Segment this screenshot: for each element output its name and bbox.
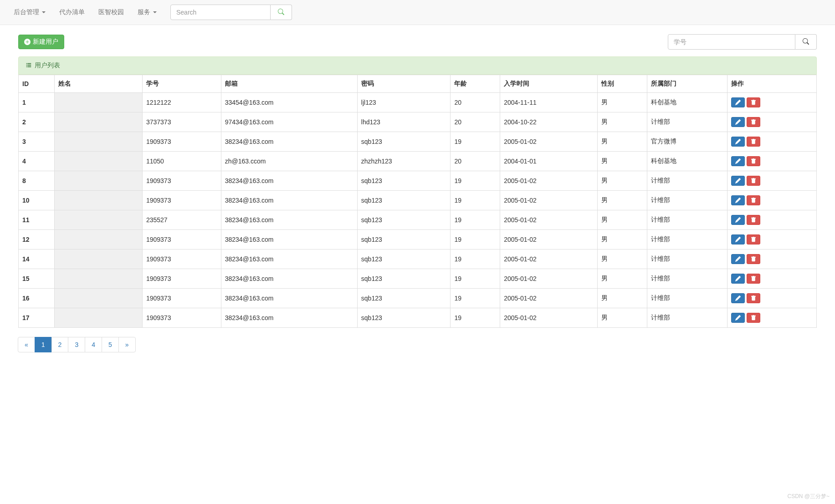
delete-button[interactable] <box>747 293 760 303</box>
cell-password: sqb123 <box>357 132 451 152</box>
edit-icon <box>735 295 741 301</box>
delete-button[interactable] <box>747 137 760 147</box>
page-5[interactable]: 5 <box>102 337 118 352</box>
nav-item-0[interactable]: 后台管理 <box>7 4 52 21</box>
cell-actions <box>727 210 817 230</box>
cell-email: 38234@163.com <box>221 249 357 269</box>
edit-button[interactable] <box>731 215 745 225</box>
nav-item-3[interactable]: 服务 <box>131 4 164 21</box>
cell-id: 3 <box>19 132 55 152</box>
cell-gender: 男 <box>598 308 647 328</box>
edit-button[interactable] <box>731 274 745 284</box>
table-row: 14190937338234@163.comsqb123192005-01-02… <box>19 249 817 269</box>
edit-button[interactable] <box>731 176 745 186</box>
cell-name <box>54 289 142 308</box>
cell-dept: 计维部 <box>647 230 727 249</box>
delete-button[interactable] <box>747 234 760 244</box>
cell-password: sqb123 <box>357 308 451 328</box>
cell-password: sqb123 <box>357 230 451 249</box>
delete-button[interactable] <box>747 254 760 264</box>
cell-actions <box>727 191 817 210</box>
edit-button[interactable] <box>731 137 745 147</box>
cell-gender: 男 <box>598 112 647 132</box>
cell-email: 38234@163.com <box>221 210 357 230</box>
col-header-9: 操作 <box>727 75 817 93</box>
trash-icon <box>751 237 756 242</box>
cell-dept: 计维部 <box>647 210 727 230</box>
cell-dept: 计维部 <box>647 289 727 308</box>
edit-button[interactable] <box>731 293 745 303</box>
cell-enroll: 2005-01-02 <box>500 230 598 249</box>
cell-age: 20 <box>451 93 500 112</box>
edit-button[interactable] <box>731 254 745 264</box>
cell-id: 8 <box>19 171 55 191</box>
cell-student-no: 1909373 <box>142 191 221 210</box>
edit-button[interactable] <box>731 195 745 205</box>
delete-button[interactable] <box>747 176 760 186</box>
cell-actions <box>727 289 817 308</box>
delete-button[interactable] <box>747 117 760 127</box>
cell-id: 14 <box>19 249 55 269</box>
nav-search-button[interactable] <box>271 5 292 20</box>
cell-email: 97434@163.com <box>221 112 357 132</box>
table-row: 8190937338234@163.comsqb123192005-01-02男… <box>19 171 817 191</box>
cell-name <box>54 269 142 289</box>
col-header-7: 性别 <box>598 75 647 93</box>
nav-item-2[interactable]: 医智校园 <box>92 4 131 21</box>
new-user-button[interactable]: 新建用户 <box>18 35 64 49</box>
col-header-0: ID <box>19 75 55 93</box>
delete-button[interactable] <box>747 274 760 284</box>
cell-enroll: 2004-10-22 <box>500 112 598 132</box>
student-no-search-input[interactable] <box>668 34 795 50</box>
nav-item-label: 医智校园 <box>98 8 124 16</box>
edit-button[interactable] <box>731 313 745 323</box>
delete-button[interactable] <box>747 97 760 107</box>
edit-button[interactable] <box>731 156 745 166</box>
panel-title: 用户列表 <box>35 61 60 70</box>
search-button[interactable] <box>795 34 817 50</box>
cell-password: ljl123 <box>357 93 451 112</box>
cell-actions <box>727 308 817 328</box>
delete-button[interactable] <box>747 156 760 166</box>
nav-search-input[interactable] <box>170 5 271 20</box>
cell-id: 17 <box>19 308 55 328</box>
cell-actions <box>727 132 817 152</box>
cell-enroll: 2004-11-11 <box>500 93 598 112</box>
edit-button[interactable] <box>731 97 745 107</box>
cell-enroll: 2005-01-02 <box>500 249 598 269</box>
table-row: 1123552738234@163.comsqb123192005-01-02男… <box>19 210 817 230</box>
delete-button[interactable] <box>747 215 760 225</box>
cell-student-no: 1909373 <box>142 269 221 289</box>
page-3[interactable]: 3 <box>68 337 85 352</box>
cell-gender: 男 <box>598 132 647 152</box>
page-next[interactable]: » <box>119 337 135 352</box>
edit-button[interactable] <box>731 234 745 244</box>
cell-student-no: 1909373 <box>142 171 221 191</box>
cell-gender: 男 <box>598 230 647 249</box>
delete-button[interactable] <box>747 195 760 205</box>
page-4[interactable]: 4 <box>85 337 102 352</box>
cell-age: 19 <box>451 191 500 210</box>
edit-icon <box>735 237 741 242</box>
cell-enroll: 2005-01-02 <box>500 210 598 230</box>
cell-age: 19 <box>451 308 500 328</box>
cell-actions <box>727 269 817 289</box>
cell-password: sqb123 <box>357 249 451 269</box>
nav-item-1[interactable]: 代办清单 <box>52 4 92 21</box>
page-1[interactable]: 1 <box>35 337 51 352</box>
edit-button[interactable] <box>731 117 745 127</box>
cell-gender: 男 <box>598 289 647 308</box>
nav-item-label: 服务 <box>138 8 150 16</box>
page-2[interactable]: 2 <box>52 337 68 352</box>
caret-down-icon <box>153 11 157 13</box>
page-prev[interactable]: « <box>18 337 35 352</box>
cell-password: lhd123 <box>357 112 451 132</box>
col-header-6: 入学时间 <box>500 75 598 93</box>
cell-name <box>54 171 142 191</box>
edit-icon <box>735 100 741 105</box>
plus-circle-icon <box>24 39 31 45</box>
delete-button[interactable] <box>747 313 760 323</box>
cell-dept: 计维部 <box>647 171 727 191</box>
edit-icon <box>735 198 741 203</box>
cell-email: zh@163.ccom <box>221 152 357 171</box>
